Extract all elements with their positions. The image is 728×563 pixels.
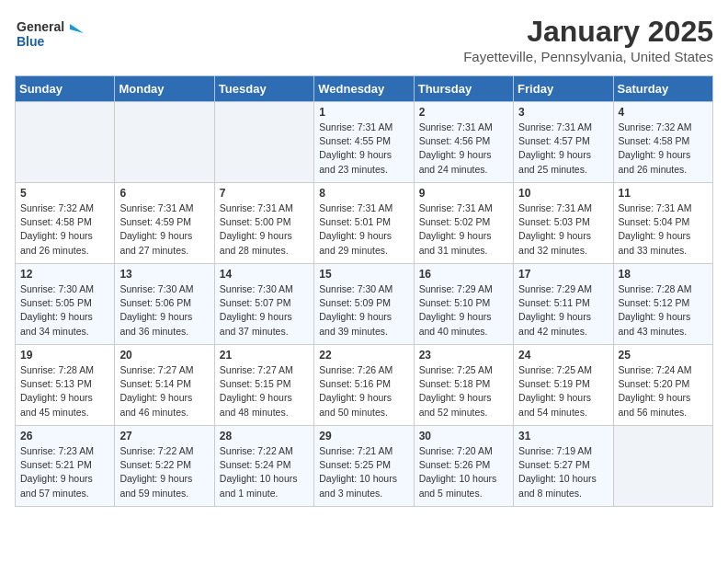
weekday-header-row: SundayMondayTuesdayWednesdayThursdayFrid…: [16, 76, 713, 102]
calendar-cell: 11Sunrise: 7:31 AM Sunset: 5:04 PM Dayli…: [613, 183, 712, 264]
month-title: January 2025: [463, 15, 713, 49]
calendar-cell: 22Sunrise: 7:26 AM Sunset: 5:16 PM Dayli…: [314, 345, 414, 426]
calendar-cell: 1Sunrise: 7:31 AM Sunset: 4:55 PM Daylig…: [314, 102, 414, 183]
calendar-cell: 13Sunrise: 7:30 AM Sunset: 5:06 PM Dayli…: [115, 264, 214, 345]
day-info: Sunrise: 7:32 AM Sunset: 4:58 PM Dayligh…: [20, 201, 109, 258]
calendar-cell: 7Sunrise: 7:31 AM Sunset: 5:00 PM Daylig…: [214, 183, 313, 264]
calendar-cell: [115, 102, 214, 183]
calendar-cell: 21Sunrise: 7:27 AM Sunset: 5:15 PM Dayli…: [214, 345, 313, 426]
day-number: 19: [20, 349, 109, 362]
calendar-cell: 15Sunrise: 7:30 AM Sunset: 5:09 PM Dayli…: [314, 264, 414, 345]
day-info: Sunrise: 7:19 AM Sunset: 5:27 PM Dayligh…: [518, 444, 608, 500]
day-number: 21: [220, 349, 309, 362]
weekday-header: Sunday: [16, 76, 115, 102]
day-number: 3: [518, 106, 608, 119]
weekday-header: Friday: [514, 76, 613, 102]
calendar-cell: 2Sunrise: 7:31 AM Sunset: 4:56 PM Daylig…: [414, 102, 513, 183]
day-number: 4: [619, 106, 708, 119]
calendar-cell: 30Sunrise: 7:20 AM Sunset: 5:26 PM Dayli…: [414, 426, 513, 507]
calendar-cell: 14Sunrise: 7:30 AM Sunset: 5:07 PM Dayli…: [214, 264, 313, 345]
day-info: Sunrise: 7:26 AM Sunset: 5:16 PM Dayligh…: [319, 363, 408, 419]
day-info: Sunrise: 7:31 AM Sunset: 4:57 PM Dayligh…: [518, 121, 608, 177]
day-number: 14: [220, 268, 309, 281]
day-number: 31: [518, 430, 608, 442]
day-info: Sunrise: 7:30 AM Sunset: 5:09 PM Dayligh…: [319, 282, 408, 339]
day-info: Sunrise: 7:31 AM Sunset: 5:01 PM Dayligh…: [319, 201, 408, 258]
title-block: January 2025 Fayetteville, Pennsylvania,…: [463, 15, 713, 64]
calendar-week-row: 12Sunrise: 7:30 AM Sunset: 5:05 PM Dayli…: [16, 264, 713, 345]
day-number: 17: [518, 268, 608, 281]
day-number: 16: [419, 268, 508, 281]
calendar-cell: 24Sunrise: 7:25 AM Sunset: 5:19 PM Dayli…: [514, 345, 613, 426]
day-info: Sunrise: 7:30 AM Sunset: 5:07 PM Dayligh…: [220, 282, 309, 339]
day-number: 13: [119, 268, 209, 281]
calendar-cell: 5Sunrise: 7:32 AM Sunset: 4:58 PM Daylig…: [16, 183, 115, 264]
weekday-header: Monday: [115, 76, 214, 102]
day-number: 6: [119, 187, 209, 200]
calendar-cell: 16Sunrise: 7:29 AM Sunset: 5:10 PM Dayli…: [414, 264, 513, 345]
day-info: Sunrise: 7:31 AM Sunset: 5:00 PM Dayligh…: [220, 201, 309, 258]
day-number: 24: [518, 349, 608, 362]
day-number: 23: [419, 349, 508, 362]
day-info: Sunrise: 7:21 AM Sunset: 5:25 PM Dayligh…: [319, 444, 408, 500]
calendar-table: SundayMondayTuesdayWednesdayThursdayFrid…: [15, 75, 713, 507]
calendar-cell: 10Sunrise: 7:31 AM Sunset: 5:03 PM Dayli…: [514, 183, 613, 264]
day-info: Sunrise: 7:22 AM Sunset: 5:22 PM Dayligh…: [119, 444, 209, 500]
day-number: 26: [20, 430, 109, 442]
day-info: Sunrise: 7:27 AM Sunset: 5:15 PM Dayligh…: [220, 363, 309, 419]
day-info: Sunrise: 7:27 AM Sunset: 5:14 PM Dayligh…: [119, 363, 209, 419]
calendar-cell: 29Sunrise: 7:21 AM Sunset: 5:25 PM Dayli…: [314, 426, 414, 507]
logo: GeneralBlue: [15, 15, 88, 52]
day-number: 7: [220, 187, 309, 200]
weekday-header: Saturday: [613, 76, 712, 102]
day-number: 11: [619, 187, 708, 200]
day-number: 28: [220, 430, 309, 442]
calendar-cell: 17Sunrise: 7:29 AM Sunset: 5:11 PM Dayli…: [514, 264, 613, 345]
calendar-cell: 8Sunrise: 7:31 AM Sunset: 5:01 PM Daylig…: [314, 183, 414, 264]
weekday-header: Wednesday: [314, 76, 414, 102]
calendar-cell: 9Sunrise: 7:31 AM Sunset: 5:02 PM Daylig…: [414, 183, 513, 264]
day-number: 30: [419, 430, 508, 442]
day-number: 5: [20, 187, 109, 200]
day-info: Sunrise: 7:31 AM Sunset: 5:02 PM Dayligh…: [419, 201, 508, 258]
day-number: 29: [319, 430, 408, 442]
calendar-week-row: 19Sunrise: 7:28 AM Sunset: 5:13 PM Dayli…: [16, 345, 713, 426]
svg-text:General: General: [17, 19, 64, 34]
day-info: Sunrise: 7:31 AM Sunset: 5:03 PM Dayligh…: [518, 201, 608, 258]
calendar-cell: 19Sunrise: 7:28 AM Sunset: 5:13 PM Dayli…: [16, 345, 115, 426]
day-info: Sunrise: 7:24 AM Sunset: 5:20 PM Dayligh…: [619, 363, 708, 419]
day-info: Sunrise: 7:29 AM Sunset: 5:11 PM Dayligh…: [518, 282, 608, 339]
day-info: Sunrise: 7:30 AM Sunset: 5:05 PM Dayligh…: [20, 282, 109, 339]
calendar-week-row: 1Sunrise: 7:31 AM Sunset: 4:55 PM Daylig…: [16, 102, 713, 183]
weekday-header: Thursday: [414, 76, 513, 102]
calendar-cell: 3Sunrise: 7:31 AM Sunset: 4:57 PM Daylig…: [514, 102, 613, 183]
calendar-cell: [16, 102, 115, 183]
page-header: GeneralBlue January 2025 Fayetteville, P…: [15, 15, 713, 64]
weekday-header: Tuesday: [214, 76, 313, 102]
calendar-cell: 26Sunrise: 7:23 AM Sunset: 5:21 PM Dayli…: [16, 426, 115, 507]
day-number: 27: [119, 430, 209, 442]
calendar-cell: 18Sunrise: 7:28 AM Sunset: 5:12 PM Dayli…: [613, 264, 712, 345]
calendar-cell: [214, 102, 313, 183]
day-number: 8: [319, 187, 408, 200]
day-info: Sunrise: 7:20 AM Sunset: 5:26 PM Dayligh…: [419, 444, 508, 500]
day-info: Sunrise: 7:31 AM Sunset: 4:55 PM Dayligh…: [319, 121, 408, 177]
day-info: Sunrise: 7:31 AM Sunset: 5:04 PM Dayligh…: [619, 201, 708, 258]
calendar-cell: 25Sunrise: 7:24 AM Sunset: 5:20 PM Dayli…: [613, 345, 712, 426]
day-number: 25: [619, 349, 708, 362]
day-info: Sunrise: 7:25 AM Sunset: 5:18 PM Dayligh…: [419, 363, 508, 419]
day-info: Sunrise: 7:32 AM Sunset: 4:58 PM Dayligh…: [619, 121, 708, 177]
day-number: 1: [319, 106, 408, 119]
calendar-week-row: 26Sunrise: 7:23 AM Sunset: 5:21 PM Dayli…: [16, 426, 713, 507]
svg-text:Blue: Blue: [17, 34, 45, 49]
day-info: Sunrise: 7:29 AM Sunset: 5:10 PM Dayligh…: [419, 282, 508, 339]
calendar-cell: 4Sunrise: 7:32 AM Sunset: 4:58 PM Daylig…: [613, 102, 712, 183]
day-info: Sunrise: 7:22 AM Sunset: 5:24 PM Dayligh…: [220, 444, 309, 500]
calendar-week-row: 5Sunrise: 7:32 AM Sunset: 4:58 PM Daylig…: [16, 183, 713, 264]
calendar-cell: 6Sunrise: 7:31 AM Sunset: 4:59 PM Daylig…: [115, 183, 214, 264]
day-info: Sunrise: 7:23 AM Sunset: 5:21 PM Dayligh…: [20, 444, 109, 500]
location-subtitle: Fayetteville, Pennsylvania, United State…: [463, 49, 713, 64]
day-number: 20: [119, 349, 209, 362]
logo-icon: GeneralBlue: [15, 15, 88, 52]
calendar-cell: [613, 426, 712, 507]
